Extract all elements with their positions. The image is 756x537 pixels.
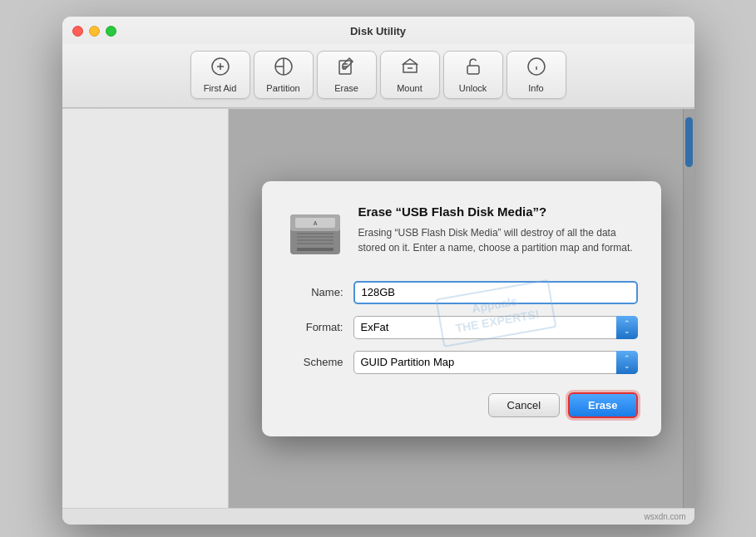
svg-text:A: A [313,220,317,226]
svg-rect-10 [297,236,334,238]
erase-dialog: Appuals THE EXPERTS! [262,181,661,436]
first-aid-label: First Aid [204,83,237,93]
partition-icon [274,57,294,80]
format-row: Format: ExFat [285,316,638,339]
dialog-description: Erasing “USB Flash Disk Media” will dest… [358,225,638,255]
mount-icon [400,57,420,80]
info-label: Info [528,83,543,93]
svg-rect-11 [297,239,334,241]
scheme-select-wrapper: GUID Partition Map [353,351,638,374]
scheme-row: Scheme GUID Partition Map [285,351,638,374]
close-button[interactable] [72,26,83,37]
cancel-button[interactable]: Cancel [488,393,560,417]
name-input[interactable] [353,281,638,304]
first-aid-icon [210,57,230,80]
first-aid-button[interactable]: First Aid [190,51,250,99]
format-select[interactable]: ExFat [353,316,638,339]
dialog-footer: Cancel Erase [285,392,638,418]
toolbar: First Aid Partition [62,44,694,107]
svg-rect-9 [297,233,334,234]
unlock-button[interactable]: Unlock [443,51,503,99]
dialog-overlay: Appuals THE EXPERTS! [229,109,694,508]
partition-label: Partition [266,83,299,93]
main-panel: Appuals THE EXPERTS! [229,109,694,508]
title-bar-top: Disk Utility [62,25,694,44]
dialog-header: A Erase “USB Flash Disk Me [285,204,638,264]
scheme-select[interactable]: GUID Partition Map [353,351,638,374]
minimize-button[interactable] [89,26,100,37]
mount-label: Mount [397,83,422,93]
name-row: Name: [285,281,638,304]
erase-icon [337,57,357,80]
svg-rect-12 [297,243,334,244]
unlock-icon [463,57,483,80]
scheme-label: Scheme [285,356,343,368]
maximize-button[interactable] [106,26,116,37]
dialog-title: Erase “USB Flash Disk Media”? [358,204,638,219]
info-button[interactable]: Info [506,51,566,99]
bottom-bar: wsxdn.com [62,508,694,525]
dialog-header-text: Erase “USB Flash Disk Media”? Erasing “U… [358,204,638,264]
svg-rect-13 [297,248,334,251]
title-bar: Disk Utility First Aid [62,17,694,108]
unlock-label: Unlock [459,83,487,93]
window-controls [72,26,116,37]
app-window: Disk Utility First Aid [62,17,694,525]
partition-button[interactable]: Partition [254,51,314,99]
erase-confirm-button[interactable]: Erase [568,392,637,418]
disk-icon: A [285,204,345,264]
erase-button[interactable]: Erase [317,51,377,99]
erase-label: Erase [334,83,358,93]
footer-url: wsxdn.com [644,512,685,521]
name-label: Name: [285,286,343,298]
window-title: Disk Utility [350,25,406,37]
svg-rect-3 [467,66,479,74]
format-select-wrapper: ExFat [353,316,638,339]
mount-button[interactable]: Mount [380,51,440,99]
content-area: Appuals THE EXPERTS! [62,108,694,508]
info-icon [526,57,546,80]
sidebar [62,109,229,508]
format-label: Format: [285,321,343,333]
